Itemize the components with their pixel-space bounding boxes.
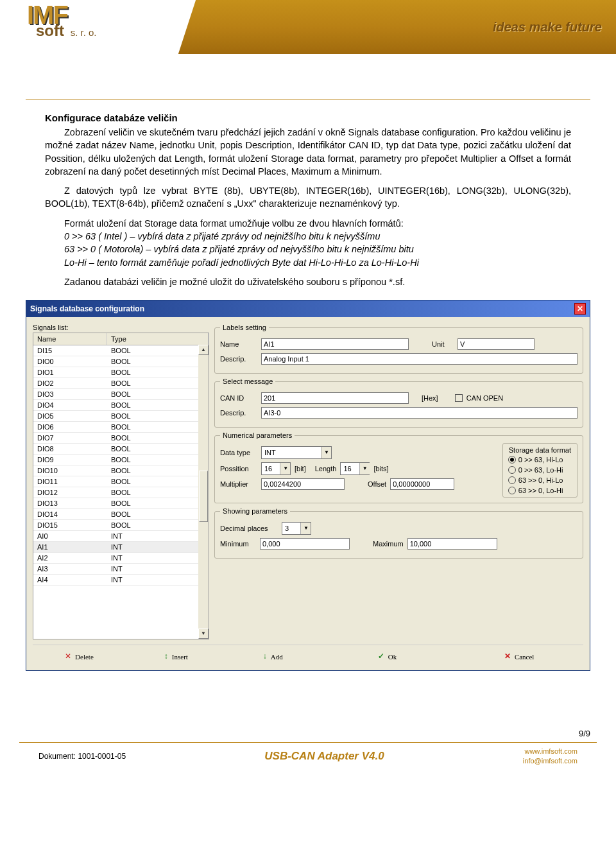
ok-button[interactable]: ✓Ok xyxy=(323,649,452,664)
paragraph-2: Z datových typů lze vybrat BYTE (8b), UB… xyxy=(45,184,571,211)
dialog-signals-database: Signals database configuration ✕ Signals… xyxy=(26,300,590,671)
doc-number: Dokument: 1001-0001-05 xyxy=(38,752,126,761)
table-row[interactable]: AI0INT xyxy=(33,531,209,542)
table-row[interactable]: DI15BOOL xyxy=(33,345,209,356)
storage-radio[interactable]: 63 >> 0, Lo-Hi xyxy=(508,487,573,494)
min-label: Minimum xyxy=(220,540,256,548)
action-bar: ✕Delete ↕Insert ↓Add ✓Ok ✕Cancel xyxy=(33,645,583,664)
bit-label: [bit] xyxy=(295,465,306,473)
divider xyxy=(26,99,590,100)
table-row[interactable]: DIO2BOOL xyxy=(33,378,209,389)
paragraph-1: Zobrazení veličin ve skutečném tvaru pře… xyxy=(45,126,571,178)
scroll-thumb[interactable] xyxy=(199,471,208,522)
table-row[interactable]: AI3INT xyxy=(33,564,209,575)
cancel-button[interactable]: ✕Cancel xyxy=(455,649,583,664)
canopen-checkbox[interactable] xyxy=(455,394,463,402)
canid-label: CAN ID xyxy=(220,394,257,402)
storage-format-group: Storage data format 0 >> 63, Hi-Lo0 >> 6… xyxy=(502,443,578,498)
length-select[interactable]: 16 ▼ xyxy=(340,462,370,475)
chevron-down-icon: ▼ xyxy=(280,463,290,474)
table-row[interactable]: AI2INT xyxy=(33,553,209,564)
datatype-select[interactable]: INT ▼ xyxy=(261,446,332,459)
storage-radio[interactable]: 0 >> 63, Hi-Lo xyxy=(508,456,573,464)
footer-contact: www.imfsoft.com info@imfsoft.com xyxy=(523,747,578,765)
numerical-legend: Numerical parameters xyxy=(220,431,295,439)
labels-setting-group: Labels setting Name Unit Descrip. xyxy=(214,324,583,374)
table-row[interactable]: DIO14BOOL xyxy=(33,509,209,520)
page-header: IMF soft s. r. o. ideas make future xyxy=(0,0,616,54)
dialog-titlebar: Signals database configuration ✕ xyxy=(26,300,590,317)
possition-label: Possition xyxy=(220,465,257,473)
multiplier-input[interactable] xyxy=(261,478,345,490)
table-row[interactable]: DIO6BOOL xyxy=(33,422,209,433)
document-content: Konfigurace databáze veličin Zobrazení v… xyxy=(0,111,616,288)
offset-input[interactable] xyxy=(390,478,454,490)
numerical-group: Numerical parameters Data type INT ▼ Pos… xyxy=(214,431,583,503)
msg-descrip-input[interactable] xyxy=(261,407,578,419)
table-row[interactable]: DIO13BOOL xyxy=(33,498,209,509)
name-label: Name xyxy=(220,340,257,348)
signals-list-pane: Signals list: Name Type DI15BOOLDIO0BOOL… xyxy=(33,324,209,639)
close-icon[interactable]: ✕ xyxy=(574,303,586,315)
storage-radio[interactable]: 0 >> 63, Lo-Hi xyxy=(508,466,573,474)
labels-legend: Labels setting xyxy=(220,324,269,331)
grid-body: DI15BOOLDIO0BOOLDIO1BOOLDIO2BOOLDIO3BOOL… xyxy=(33,345,209,586)
bits-label: [bits] xyxy=(373,465,388,473)
signals-grid[interactable]: Name Type DI15BOOLDIO0BOOLDIO1BOOLDIO2BO… xyxy=(33,333,209,639)
chevron-down-icon: ▼ xyxy=(300,523,311,534)
storage-radio[interactable]: 63 >> 0, Hi-Lo xyxy=(508,476,573,484)
max-input[interactable] xyxy=(407,538,497,550)
footer-title: USB-CAN Adapter V4.0 xyxy=(264,750,384,763)
delete-button[interactable]: ✕Delete xyxy=(33,649,126,664)
unit-label: Unit xyxy=(432,340,454,348)
chevron-down-icon: ▼ xyxy=(321,447,331,458)
table-row[interactable]: DIO9BOOL xyxy=(33,455,209,465)
name-input[interactable] xyxy=(261,338,409,350)
insert-icon: ↕ xyxy=(164,652,168,661)
storage-legend: Storage data format xyxy=(507,446,573,454)
length-label: Length xyxy=(315,465,337,473)
max-label: Maximum xyxy=(373,540,404,548)
select-message-group: Select message CAN ID [Hex] CAN OPEN Des… xyxy=(214,378,583,428)
scroll-up-icon[interactable]: ▲ xyxy=(198,345,209,355)
table-row[interactable]: AI1INT xyxy=(33,542,209,553)
msg-descrip-label: Descrip. xyxy=(220,409,257,417)
hex-label: [Hex] xyxy=(422,394,438,402)
table-row[interactable]: DIO7BOOL xyxy=(33,433,209,444)
table-row[interactable]: DIO8BOOL xyxy=(33,444,209,455)
add-button[interactable]: ↓Add xyxy=(227,649,320,664)
cancel-icon: ✕ xyxy=(504,652,511,661)
table-row[interactable]: AI4INT xyxy=(33,575,209,586)
page-footer: Dokument: 1001-0001-05 USB-CAN Adapter V… xyxy=(19,742,597,774)
table-row[interactable]: DIO10BOOL xyxy=(33,465,209,476)
table-row[interactable]: DIO15BOOL xyxy=(33,520,209,531)
table-row[interactable]: DIO3BOOL xyxy=(33,389,209,400)
descrip-label: Descrip. xyxy=(220,355,257,363)
table-row[interactable]: DIO5BOOL xyxy=(33,411,209,422)
logo: IMF soft s. r. o. xyxy=(27,4,83,44)
insert-button[interactable]: ↕Insert xyxy=(130,649,223,664)
table-row[interactable]: DIO1BOOL xyxy=(33,367,209,378)
possition-select[interactable]: 16 ▼ xyxy=(261,462,291,475)
unit-input[interactable] xyxy=(458,338,535,350)
table-row[interactable]: DIO11BOOL xyxy=(33,476,209,487)
col-name: Name xyxy=(33,333,107,345)
descrip-input[interactable] xyxy=(261,353,578,365)
min-input[interactable] xyxy=(260,538,350,550)
logo-text-soft: soft xyxy=(36,22,64,40)
scrollbar[interactable]: ▲ ▼ xyxy=(198,345,209,639)
decimal-select[interactable]: 3 ▼ xyxy=(282,522,311,535)
scroll-down-icon[interactable]: ▼ xyxy=(198,629,209,639)
tagline: ideas make future xyxy=(493,20,602,35)
decimal-label: Decimal places xyxy=(220,525,278,532)
table-row[interactable]: DIO4BOOL xyxy=(33,400,209,411)
radio-icon xyxy=(508,466,516,474)
select-message-legend: Select message xyxy=(220,378,275,385)
table-row[interactable]: DIO12BOOL xyxy=(33,487,209,498)
delete-icon: ✕ xyxy=(65,652,71,661)
canid-input[interactable] xyxy=(261,392,409,404)
page-number: 9/9 xyxy=(0,671,616,742)
radio-icon xyxy=(508,476,516,484)
table-row[interactable]: DIO0BOOL xyxy=(33,356,209,367)
section-title: Konfigurace databáze veličin xyxy=(45,111,571,125)
